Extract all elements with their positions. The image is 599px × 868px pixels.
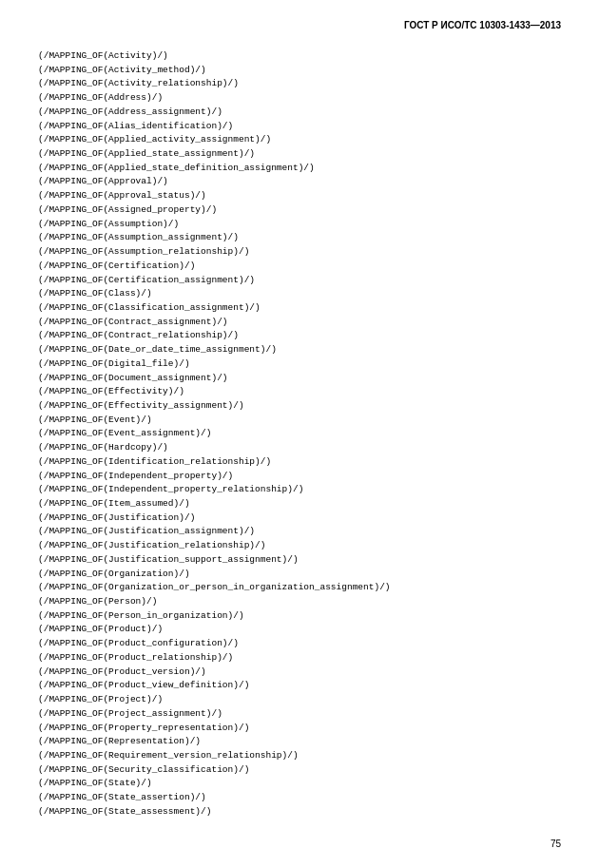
page-number: 75 <box>551 839 561 849</box>
page-header-title: ГОСТ Р ИСО/ТС 10303-1433—2013 <box>404 19 561 32</box>
list-item: (/MAPPING_OF(Effectivity)/) <box>38 385 561 399</box>
list-item: (/MAPPING_OF(Applied_activity_assignment… <box>38 133 561 147</box>
list-item: (/MAPPING_OF(Independent_property_relati… <box>38 483 561 497</box>
list-item: (/MAPPING_OF(Certification_assignment)/) <box>38 274 561 288</box>
list-item: (/MAPPING_OF(Certification)/) <box>38 260 561 274</box>
list-item: (/MAPPING_OF(Alias_identification)/) <box>38 120 561 134</box>
list-item: (/MAPPING_OF(Effectivity_assignment)/) <box>38 399 561 414</box>
list-item: (/MAPPING_OF(State_assessment)/) <box>38 805 561 820</box>
list-item: (/MAPPING_OF(Product_version)/) <box>38 665 561 680</box>
list-item: (/MAPPING_OF(Address_assignment)/) <box>38 106 561 120</box>
list-item: (/MAPPING_OF(Independent_property)/) <box>38 470 561 484</box>
list-item: (/MAPPING_OF(Document_assignment)/) <box>38 372 561 386</box>
list-item: (/MAPPING_OF(Requirement_version_relatio… <box>38 749 561 763</box>
list-item: (/MAPPING_OF(Assumption_relationship)/) <box>38 245 561 260</box>
list-item: (/MAPPING_OF(Approval_status)/) <box>38 189 561 203</box>
list-item: (/MAPPING_OF(Date_or_date_time_assignmen… <box>38 343 561 357</box>
list-item: (/MAPPING_OF(Project_assignment)/) <box>38 707 561 722</box>
list-item: (/MAPPING_OF(Security_classification)/) <box>38 763 561 778</box>
list-item: (/MAPPING_OF(Classification_assignment)/… <box>38 301 561 316</box>
list-item: (/MAPPING_OF(Justification_relationship)… <box>38 539 561 553</box>
list-item: (/MAPPING_OF(Activity)/) <box>38 49 561 64</box>
list-item: (/MAPPING_OF(Address)/) <box>38 91 561 106</box>
list-item: (/MAPPING_OF(Event)/) <box>38 414 561 428</box>
list-item: (/MAPPING_OF(Approval)/) <box>38 175 561 189</box>
list-item: (/MAPPING_OF(Digital_file)/) <box>38 357 561 372</box>
list-item: (/MAPPING_OF(Project)/) <box>38 693 561 707</box>
list-item: (/MAPPING_OF(Event_assignment)/) <box>38 427 561 441</box>
list-item: (/MAPPING_OF(Organization_or_person_in_o… <box>38 581 561 595</box>
list-item: (/MAPPING_OF(Organization)/) <box>38 568 561 582</box>
list-item: (/MAPPING_OF(Applied_state_assignment)/) <box>38 147 561 162</box>
list-item: (/MAPPING_OF(Applied_state_definition_as… <box>38 162 561 176</box>
list-item: (/MAPPING_OF(Person_in_organization)/) <box>38 609 561 624</box>
list-item: (/MAPPING_OF(Activity_method)/) <box>38 64 561 78</box>
list-item: (/MAPPING_OF(Property_representation)/) <box>38 722 561 736</box>
list-item: (/MAPPING_OF(Identification_relationship… <box>38 455 561 470</box>
list-item: (/MAPPING_OF(Item_assumed)/) <box>38 497 561 511</box>
list-item: (/MAPPING_OF(Product_view_definition)/) <box>38 679 561 693</box>
list-item: (/MAPPING_OF(Person)/) <box>38 595 561 609</box>
list-item: (/MAPPING_OF(State)/) <box>38 777 561 791</box>
list-item: (/MAPPING_OF(Assumption_assignment)/) <box>38 231 561 245</box>
list-item: (/MAPPING_OF(Activity_relationship)/) <box>38 77 561 91</box>
list-item: (/MAPPING_OF(Justification_assignment)/) <box>38 525 561 539</box>
list-item: (/MAPPING_OF(Assumption)/) <box>38 218 561 232</box>
list-item: (/MAPPING_OF(State_assertion)/) <box>38 791 561 805</box>
content-block: (/MAPPING_OF(Activity)/)(/MAPPING_OF(Act… <box>38 49 561 820</box>
list-item: (/MAPPING_OF(Justification)/) <box>38 511 561 526</box>
list-item: (/MAPPING_OF(Justification_support_assig… <box>38 553 561 568</box>
list-item: (/MAPPING_OF(Contract_assignment)/) <box>38 316 561 330</box>
list-item: (/MAPPING_OF(Representation)/) <box>38 735 561 749</box>
list-item: (/MAPPING_OF(Product_configuration)/) <box>38 637 561 651</box>
list-item: (/MAPPING_OF(Hardcopy)/) <box>38 441 561 455</box>
list-item: (/MAPPING_OF(Product)/) <box>38 623 561 637</box>
list-item: (/MAPPING_OF(Contract_relationship)/) <box>38 329 561 343</box>
list-item: (/MAPPING_OF(Product_relationship)/) <box>38 651 561 665</box>
list-item: (/MAPPING_OF(Assigned_property)/) <box>38 203 561 218</box>
list-item: (/MAPPING_OF(Class)/) <box>38 287 561 301</box>
